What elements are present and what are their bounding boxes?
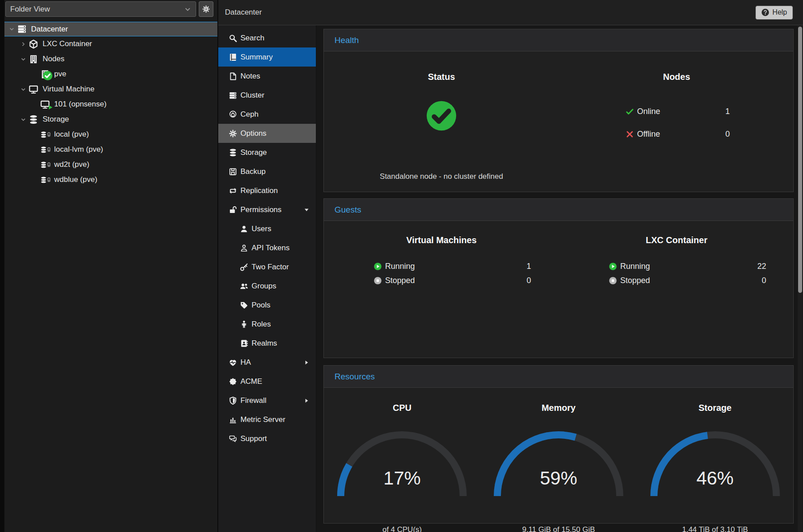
guests-status-list: Running22Stopped0 xyxy=(609,260,766,289)
menu-item-users[interactable]: Users xyxy=(218,219,316,238)
sync-icon xyxy=(228,186,237,195)
gauge-arc xyxy=(492,430,625,500)
tree-item-local-pve[interactable]: local (pve) xyxy=(4,127,217,142)
health-panel: Health Status Standalone node - no clust… xyxy=(323,29,794,192)
status-column-title: Status xyxy=(375,72,508,82)
tree-item-local-lvm-pve[interactable]: local-lvm (pve) xyxy=(4,142,217,157)
menu-item-roles[interactable]: Roles xyxy=(218,315,316,334)
drive-icon xyxy=(47,145,51,154)
guest-state-label: Stopped xyxy=(620,276,650,285)
tree-item-lxc-container[interactable]: LXC Container xyxy=(4,36,217,51)
chevron-down-icon xyxy=(20,117,26,122)
address-book-icon xyxy=(240,339,248,348)
menu-item-support[interactable]: Support xyxy=(218,429,316,448)
tree-item-virtual-machine[interactable]: Virtual Machine xyxy=(4,82,217,97)
tag-icon xyxy=(240,301,248,310)
resources-panel-title: Resources xyxy=(335,372,375,382)
question-icon xyxy=(761,8,769,16)
scrollbar-thumb[interactable] xyxy=(798,27,802,293)
tree-expander[interactable] xyxy=(18,41,28,47)
drive-icon xyxy=(47,160,51,169)
caret-right-icon xyxy=(303,359,310,366)
tree-item-label: Storage xyxy=(43,115,69,124)
menu-item-acme[interactable]: ACME xyxy=(218,372,316,391)
menu-item-replication[interactable]: Replication xyxy=(218,181,316,200)
tree-settings-button[interactable] xyxy=(199,1,213,17)
resource-tree: DatacenterLXC ContainerNodespveVirtual M… xyxy=(4,22,217,187)
cube-icon xyxy=(28,39,39,49)
tree-expander[interactable] xyxy=(18,87,28,92)
drive-icon xyxy=(47,130,51,139)
running-badge-icon xyxy=(48,105,53,110)
gauge-detail: 1.44 TiB of 3.10 TiB xyxy=(640,525,791,532)
guest-state-value: 1 xyxy=(527,262,531,271)
heartbeat-icon xyxy=(228,358,237,367)
vertical-scrollbar xyxy=(798,26,803,532)
user-o-icon xyxy=(240,244,248,252)
servers-icon xyxy=(17,24,27,34)
chevron-down-icon xyxy=(9,26,15,32)
menu-item-backup[interactable]: Backup xyxy=(218,162,316,181)
menu-item-pools[interactable]: Pools xyxy=(218,296,316,315)
caret-down-icon xyxy=(303,207,310,213)
tree-item-label: wd2t (pve) xyxy=(54,160,89,169)
user-icon xyxy=(240,225,248,233)
menu-item-storage[interactable]: Storage xyxy=(218,143,316,162)
menu-item-ha[interactable]: HA xyxy=(218,353,316,372)
tree-expander[interactable] xyxy=(18,56,28,62)
menu-item-label: Options xyxy=(240,129,267,138)
key-icon xyxy=(240,263,248,272)
building-icon xyxy=(28,54,39,64)
menu-item-label: Backup xyxy=(240,167,266,176)
tree-item-wdblue-pve[interactable]: wdblue (pve) xyxy=(4,172,217,187)
menu-item-options[interactable]: Options xyxy=(218,124,316,143)
node-row-offline: Offline0 xyxy=(626,128,730,140)
menu-item-groups[interactable]: Groups xyxy=(218,276,316,296)
guests-column-title: LXC Container xyxy=(610,235,743,245)
tree-expander[interactable] xyxy=(18,117,28,122)
resources-panel: Resources CPU 17%of 4 CPU(s)Memory 59%9.… xyxy=(323,365,794,524)
view-mode-select[interactable]: Folder View xyxy=(5,1,196,17)
menu-item-ceph[interactable]: Ceph xyxy=(218,105,316,124)
menu-item-firewall[interactable]: Firewall xyxy=(218,391,316,410)
menu-item-cluster[interactable]: Cluster xyxy=(218,86,316,105)
menu-item-realms[interactable]: Realms xyxy=(218,334,316,353)
menu-item-label: Cluster xyxy=(240,91,264,100)
tree-item-storage[interactable]: Storage xyxy=(4,112,217,127)
tree-item-datacenter[interactable]: Datacenter xyxy=(4,22,217,36)
chevron-down-icon xyxy=(184,6,191,13)
menu-item-label: API Tokens xyxy=(252,244,290,252)
menu-item-label: Notes xyxy=(240,72,260,81)
menu-item-label: Replication xyxy=(240,186,278,195)
tree-item-pve[interactable]: pve xyxy=(4,67,217,82)
gauge-arc xyxy=(649,430,782,500)
tree-item-wd2t-pve[interactable]: wd2t (pve) xyxy=(4,157,217,172)
users-icon xyxy=(240,282,248,291)
guests-status-list: Running1Stopped0 xyxy=(374,260,531,289)
tree-item-101-opnsense[interactable]: 101 (opnsense) xyxy=(4,97,217,112)
menu-item-two-factor[interactable]: Two Factor xyxy=(218,257,316,276)
nodes-status-list: Online1Offline0 xyxy=(626,106,730,151)
chevron-down-icon xyxy=(20,56,26,62)
guest-state-value: 0 xyxy=(527,276,531,285)
tree-item-nodes[interactable]: Nodes xyxy=(4,51,217,67)
menu-item-notes[interactable]: Notes xyxy=(218,67,316,86)
guests-column-title: Virtual Machines xyxy=(375,235,508,245)
menu-item-label: Two Factor xyxy=(252,263,289,272)
menu-item-label: Pools xyxy=(252,301,271,310)
help-button[interactable]: Help xyxy=(756,6,793,20)
database-icon xyxy=(40,145,47,155)
page-title: Datacenter xyxy=(225,8,262,17)
menu-item-search[interactable]: Search xyxy=(218,28,316,47)
tree-expander[interactable] xyxy=(6,26,17,32)
menu-item-metric-server[interactable]: Metric Server xyxy=(218,410,316,429)
tree-item-label: Nodes xyxy=(43,55,64,63)
tree-item-label: local (pve) xyxy=(54,130,89,139)
help-button-label: Help xyxy=(772,8,787,16)
gear-icon xyxy=(202,5,210,13)
menu-item-summary[interactable]: Summary xyxy=(218,47,316,67)
guests-panel-header: Guests xyxy=(324,199,793,221)
tree-item-label: pve xyxy=(54,70,66,79)
menu-item-permissions[interactable]: Permissions xyxy=(218,200,316,219)
menu-item-api-tokens[interactable]: API Tokens xyxy=(218,238,316,257)
